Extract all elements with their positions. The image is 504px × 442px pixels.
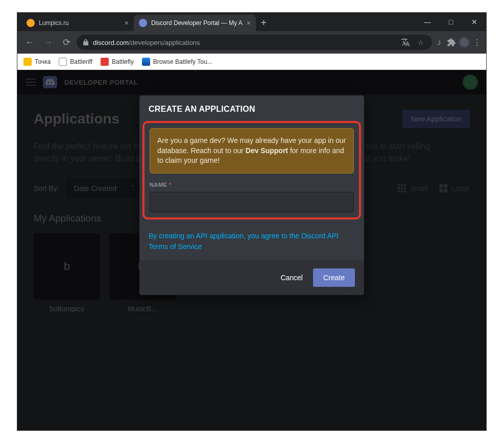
window-close[interactable]: ✕ xyxy=(463,13,486,31)
profile-avatar[interactable] xyxy=(459,37,470,48)
reload-button[interactable]: ⟳ xyxy=(58,34,75,51)
window-minimize[interactable]: — xyxy=(416,13,439,31)
cancel-button[interactable]: Cancel xyxy=(280,274,303,282)
dev-support-link[interactable]: Dev Support xyxy=(246,146,288,155)
close-icon[interactable]: × xyxy=(125,19,129,27)
address-bar[interactable]: discord.com/developers/applications ☆ xyxy=(77,35,432,50)
url-path: /developers/applications xyxy=(129,39,200,46)
highlight-annotation: Are you a game dev? We may already have … xyxy=(142,121,361,219)
favicon-discord xyxy=(139,19,147,27)
bookmark-battleriff[interactable]: Battleriff xyxy=(59,58,92,66)
bookmarks-bar: Точка Battleriff Battlefly Browse Battle… xyxy=(17,54,486,70)
modal-title: CREATE AN APPLICATION xyxy=(149,105,355,114)
bookmark-label: Точка xyxy=(35,58,51,65)
back-button[interactable]: ← xyxy=(21,34,38,51)
tos-text: By creating an API application, you agre… xyxy=(139,229,364,260)
create-application-modal: CREATE AN APPLICATION Are you a game dev… xyxy=(139,95,364,295)
extensions-icon[interactable] xyxy=(446,37,457,47)
bookmark-label: Battlefly xyxy=(112,58,134,65)
gamedev-notice: Are you a game dev? We may already have … xyxy=(150,128,354,174)
menu-icon[interactable]: ⋮ xyxy=(472,37,482,47)
bookmark-battlefy[interactable]: Browse Battlefy Tou... xyxy=(142,58,212,66)
window-maximize[interactable]: □ xyxy=(439,13,463,31)
tab-title: Lumpics.ru xyxy=(39,19,69,27)
translate-icon[interactable] xyxy=(400,37,411,47)
bookmark-label: Battleriff xyxy=(70,58,92,65)
url-domain: discord.com xyxy=(93,39,129,46)
music-extension-icon[interactable]: ♪ xyxy=(434,37,444,47)
lock-icon xyxy=(83,39,89,46)
favicon-lumpics xyxy=(27,19,35,27)
tab-title: Discord Developer Portal — My A xyxy=(151,19,243,27)
name-field-label: NAME * xyxy=(150,182,354,188)
create-button[interactable]: Create xyxy=(313,268,355,287)
name-input[interactable] xyxy=(150,192,354,212)
bookmark-label: Browse Battlefy Tou... xyxy=(153,58,212,65)
star-icon[interactable]: ☆ xyxy=(416,37,426,47)
close-icon[interactable]: × xyxy=(247,19,251,27)
bookmark-battlefly[interactable]: Battlefly xyxy=(101,58,134,66)
forward-button[interactable]: → xyxy=(40,34,56,51)
new-tab-button[interactable]: + xyxy=(256,14,272,31)
tab-strip: Lumpics.ru × Discord Developer Portal — … xyxy=(17,13,486,31)
tab-lumpics[interactable]: Lumpics.ru × xyxy=(21,15,134,31)
bookmark-tochka[interactable]: Точка xyxy=(23,58,51,66)
tab-discord[interactable]: Discord Developer Portal — My A × xyxy=(134,15,256,31)
required-indicator: * xyxy=(169,182,172,188)
